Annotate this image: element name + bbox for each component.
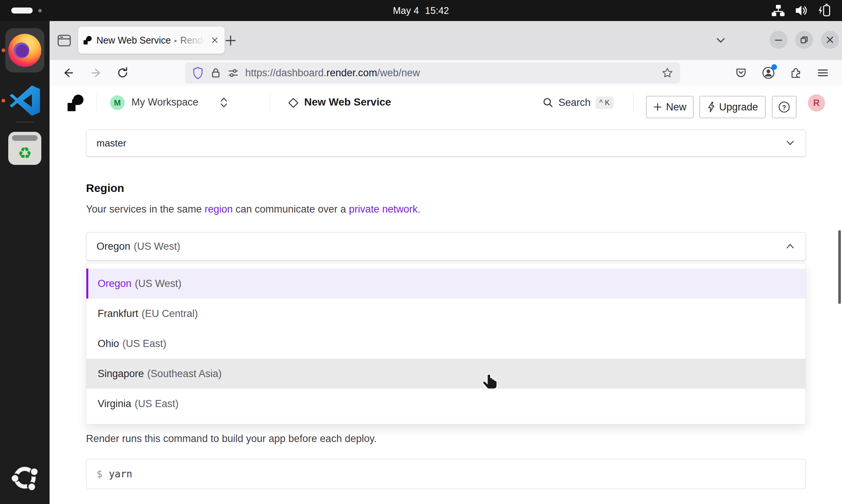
restore-button[interactable] <box>795 31 813 49</box>
region-select-value: Oregon <box>97 241 130 252</box>
search-control[interactable]: Search ^ K <box>542 86 614 119</box>
header-divider <box>633 92 634 113</box>
tab-list-chevron-icon[interactable] <box>714 36 727 45</box>
desktop: May 4 15:42 <box>0 0 842 504</box>
browser-tab[interactable]: New Web Service•Rende <box>78 27 225 54</box>
reload-button[interactable] <box>116 66 130 80</box>
system-clock[interactable]: May 4 15:42 <box>393 0 449 21</box>
region-option[interactable]: Virginia(US East) <box>86 389 806 419</box>
region-option-location: (US East) <box>135 398 179 410</box>
region-option-name: Frankfurt <box>98 308 138 320</box>
account-button[interactable] <box>762 66 775 80</box>
network-icon <box>771 3 786 18</box>
tab-title: New Web Service•Rende <box>97 35 206 46</box>
chevron-up-icon <box>785 243 795 250</box>
page-title: New Web Service <box>304 96 391 108</box>
url-domain: render.com <box>326 67 377 79</box>
tracking-protection-shield-icon[interactable] <box>192 66 204 79</box>
menu-hamburger-icon[interactable] <box>816 66 829 79</box>
render-favicon <box>83 35 92 45</box>
workspace-switcher-icon[interactable] <box>219 96 228 109</box>
command-value: yarn <box>109 468 133 480</box>
workspace-indicator-dot[interactable] <box>38 9 42 12</box>
user-avatar[interactable]: R <box>808 94 825 112</box>
dock-divider <box>16 122 34 122</box>
recycle-icon: ♻ <box>18 145 32 161</box>
region-option-name: Ohio <box>98 338 119 350</box>
vscode-running-dot <box>2 99 5 103</box>
region-option-name: Oregon <box>98 278 131 290</box>
extensions-puzzle-icon[interactable] <box>789 66 802 79</box>
region-option-name: Virginia <box>98 398 131 410</box>
minimize-button[interactable] <box>770 31 788 49</box>
system-tray[interactable] <box>771 0 832 21</box>
new-button[interactable]: New <box>646 96 694 118</box>
url-path: /web/new <box>377 67 420 79</box>
clock-time: 15:42 <box>425 5 449 16</box>
build-command-input[interactable]: $ yarn <box>86 459 806 489</box>
scrollbar-thumb[interactable] <box>838 230 841 304</box>
trash-lid <box>12 135 38 141</box>
firefox-icon <box>8 34 41 67</box>
navigation-bar: https://dashboard.render.com/web/new <box>50 60 842 86</box>
url-bar[interactable]: https://dashboard.render.com/web/new <box>185 62 680 83</box>
branch-select[interactable]: master <box>86 130 806 157</box>
tab-title-truncated: Rende <box>180 35 206 45</box>
tab-close-icon[interactable] <box>210 36 219 45</box>
firefox-running-dot <box>2 48 5 52</box>
header-divider <box>270 92 270 113</box>
search-shortcut: ^ K <box>596 97 614 109</box>
ubuntu-logo-icon[interactable] <box>9 462 41 493</box>
region-select-location: (US West) <box>134 241 180 252</box>
render-logo[interactable] <box>67 94 85 112</box>
dock: ♻ <box>0 21 50 504</box>
lock-icon[interactable] <box>210 67 221 79</box>
search-icon <box>542 97 554 108</box>
region-option[interactable]: Frankfurt(EU Central) <box>86 299 806 329</box>
url-prefix: https://dashboard. <box>245 67 326 79</box>
region-option-location: (Southeast Asia) <box>147 368 222 380</box>
system-bar: May 4 15:42 <box>0 0 842 21</box>
region-option[interactable]: Singapore(Southeast Asia) <box>86 359 806 389</box>
help-button[interactable]: ? <box>772 96 797 118</box>
app-header: M My Workspace New Web Service Search ^ … <box>50 86 842 120</box>
workspace-name[interactable]: My Workspace <box>131 97 198 108</box>
region-option-location: (EU Central) <box>142 308 198 320</box>
url-text[interactable]: https://dashboard.render.com/web/new <box>245 67 420 79</box>
toolbar-icons <box>735 64 829 82</box>
upgrade-button[interactable]: Upgrade <box>699 96 766 118</box>
private-network-link[interactable]: private network. <box>349 204 421 215</box>
search-label: Search <box>558 97 591 109</box>
svg-text:?: ? <box>782 104 786 111</box>
pocket-icon[interactable] <box>735 66 747 79</box>
branch-value: master <box>97 137 126 149</box>
bookmark-star-icon[interactable] <box>661 67 673 79</box>
workspace-avatar[interactable]: M <box>110 95 125 110</box>
region-option-location: (US East) <box>122 338 166 350</box>
dock-item-firefox[interactable] <box>5 28 44 72</box>
permissions-icon[interactable] <box>227 67 239 79</box>
back-button[interactable] <box>62 66 76 80</box>
tab-bar: New Web Service•Rende <box>50 21 842 60</box>
dock-item-trash[interactable]: ♻ <box>8 132 41 165</box>
vscode-icon <box>9 85 41 117</box>
region-link[interactable]: region <box>205 204 233 215</box>
firefox-window: New Web Service•Rende <box>50 21 842 504</box>
page-content: master Region Your services in the same … <box>50 119 842 504</box>
region-option[interactable]: Ohio(US East) <box>86 329 806 359</box>
volume-icon <box>794 3 809 18</box>
firefox-view-icon[interactable] <box>56 33 72 48</box>
forward-button[interactable] <box>89 66 103 80</box>
dock-item-vscode[interactable] <box>8 83 41 119</box>
new-tab-button[interactable] <box>223 33 238 48</box>
region-description: Your services in the same region can com… <box>86 204 420 215</box>
close-window-button[interactable] <box>821 31 839 49</box>
clock-date: May 4 <box>393 5 419 16</box>
region-select[interactable]: Oregon (US West) <box>86 232 806 261</box>
help-icon: ? <box>778 101 791 113</box>
tab-separator: • <box>174 37 177 45</box>
region-option[interactable]: Oregon(US West) <box>86 269 806 299</box>
workspace-indicator-pill[interactable] <box>11 8 33 14</box>
region-options-list: Oregon(US West)Frankfurt(EU Central)Ohio… <box>86 263 806 424</box>
battery-charging-icon <box>817 3 832 18</box>
